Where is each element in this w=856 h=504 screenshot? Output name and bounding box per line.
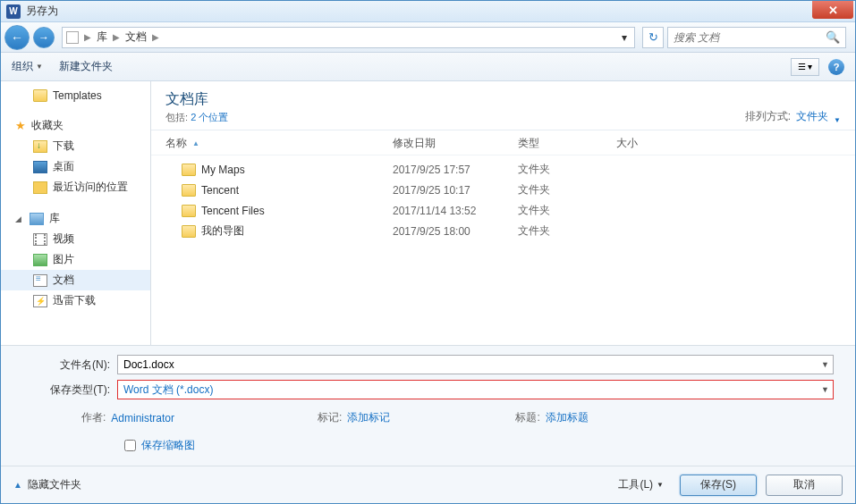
chevron-up-icon: ▲ (13, 480, 22, 490)
filetype-label: 保存类型(T): (13, 382, 117, 398)
search-input[interactable] (674, 31, 826, 44)
tools-button[interactable]: 工具(L) ▼ (611, 474, 671, 496)
author-label: 作者: (81, 410, 106, 425)
window-buttons: ✕ (812, 1, 855, 19)
column-size[interactable]: 大小 (616, 136, 688, 151)
hide-folders-button[interactable]: ▲ 隐藏文件夹 (13, 477, 81, 492)
list-item[interactable]: My Maps 2017/9/25 17:57 文件夹 (165, 159, 841, 180)
search-box[interactable]: 🔍 (667, 27, 846, 48)
list-item[interactable]: Tencent Files 2017/11/14 13:52 文件夹 (165, 200, 841, 221)
filename-value: Doc1.docx (123, 358, 174, 371)
nav-forward-button[interactable]: → (33, 27, 55, 48)
filetype-combo[interactable]: Word 文档 (*.docx) ▼ (117, 380, 834, 399)
folder-icon (182, 225, 196, 238)
titlebar: W 另存为 ✕ (1, 1, 855, 22)
folder-icon (182, 184, 196, 197)
column-date[interactable]: 修改日期 (393, 136, 518, 151)
document-icon (33, 274, 47, 287)
title-meta-value[interactable]: 添加标题 (546, 410, 589, 425)
sidebar-item-downloads[interactable]: 下载 (1, 136, 150, 156)
thunder-icon: ⚡ (33, 295, 47, 307)
sort-asc-icon: ▲ (192, 139, 199, 147)
view-mode-button[interactable]: ☰ ▾ (791, 58, 819, 76)
navigation-bar: ← → ▶ 库 ▶ 文档 ▶ ▾ ↻ 🔍 (1, 22, 855, 53)
column-name[interactable]: 名称 ▲ (165, 136, 393, 151)
column-type[interactable]: 类型 (518, 136, 616, 151)
filetype-value: Word 文档 (*.docx) (123, 382, 213, 398)
folder-icon (182, 164, 196, 176)
chevron-right-icon: ▶ (113, 32, 120, 42)
star-icon: ★ (15, 119, 26, 132)
expand-icon[interactable]: ◢ (15, 214, 24, 223)
sidebar-item-videos[interactable]: 视频 (1, 229, 150, 249)
close-button[interactable]: ✕ (812, 1, 853, 19)
toolbar: 组织 ▼ 新建文件夹 ☰ ▾ ? (1, 53, 855, 81)
breadcrumb-dropdown[interactable]: ▾ (618, 31, 631, 44)
sidebar: Templates ★ 收藏夹 下载 桌面 最近访问的位置 (1, 81, 151, 345)
include-label: 包括: (165, 112, 188, 122)
footer: ▲ 隐藏文件夹 工具(L) ▼ 保存(S) 取消 (1, 466, 855, 503)
video-icon (33, 233, 47, 246)
save-thumbnail-label[interactable]: 保存缩略图 (141, 438, 195, 453)
new-folder-button[interactable]: 新建文件夹 (59, 59, 113, 74)
title-meta-label: 标题: (515, 410, 539, 425)
folder-icon (182, 205, 196, 217)
chevron-down-icon[interactable]: ▼ (821, 385, 829, 394)
chevron-right-icon: ▶ (152, 32, 159, 42)
chevron-down-icon: ▼ (36, 63, 43, 71)
recent-icon (33, 181, 47, 194)
download-icon (33, 140, 47, 153)
sidebar-item-libraries[interactable]: ◢ 库 (1, 208, 150, 229)
breadcrumb-current[interactable]: 文档 (125, 29, 147, 45)
window-title: 另存为 (26, 4, 58, 19)
refresh-button[interactable]: ↻ (642, 27, 664, 48)
bottom-panel: 文件名(N): Doc1.docx ▼ 保存类型(T): Word 文档 (*.… (1, 345, 855, 466)
save-as-dialog: W 另存为 ✕ ← → ▶ 库 ▶ 文档 ▶ ▾ ↻ 🔍 组织 ▼ 新建文件夹 (0, 0, 856, 504)
sidebar-item-desktop[interactable]: 桌面 (1, 156, 150, 177)
library-header: 文档库 包括: 2 个位置 排列方式: 文件夹 ▼ (151, 81, 855, 130)
file-list: My Maps 2017/9/25 17:57 文件夹 Tencent 2017… (151, 155, 855, 345)
sort-label: 排列方式: (745, 109, 791, 124)
chevron-down-icon: ▼ (657, 481, 664, 489)
folder-icon (33, 89, 47, 102)
document-icon (66, 31, 79, 44)
breadcrumb[interactable]: ▶ 库 ▶ 文档 ▶ ▾ (62, 27, 635, 48)
chevron-down-icon[interactable]: ▼ (821, 360, 829, 369)
sidebar-item-templates[interactable]: Templates (1, 87, 150, 105)
sidebar-item-thunder[interactable]: ⚡ 迅雷下载 (1, 290, 150, 311)
sidebar-item-recent[interactable]: 最近访问的位置 (1, 177, 150, 197)
chevron-down-icon[interactable]: ▼ (834, 116, 841, 124)
nav-back-button[interactable]: ← (4, 25, 30, 50)
sort-value-link[interactable]: 文件夹 (796, 109, 828, 124)
sidebar-item-documents[interactable]: 文档 (1, 270, 150, 290)
main-panel: 文档库 包括: 2 个位置 排列方式: 文件夹 ▼ 名称 ▲ 修改日期 (151, 81, 855, 345)
filename-label: 文件名(N): (13, 357, 117, 373)
tags-label: 标记: (318, 410, 342, 425)
picture-icon (33, 254, 47, 266)
filename-combo[interactable]: Doc1.docx ▼ (117, 355, 834, 374)
desktop-icon (33, 161, 47, 173)
library-icon (30, 213, 44, 225)
sidebar-item-favorites[interactable]: ★ 收藏夹 (1, 115, 150, 136)
organize-button[interactable]: 组织 ▼ (12, 59, 43, 74)
word-app-icon: W (6, 4, 21, 19)
tags-value[interactable]: 添加标记 (347, 410, 390, 425)
author-value[interactable]: Administrator (111, 412, 174, 424)
sidebar-item-pictures[interactable]: 图片 (1, 249, 150, 270)
list-item[interactable]: Tencent 2017/9/25 10:17 文件夹 (165, 180, 841, 200)
list-item[interactable]: 我的导图 2017/9/25 18:00 文件夹 (165, 221, 841, 241)
save-button[interactable]: 保存(S) (680, 475, 757, 496)
help-button[interactable]: ? (828, 59, 844, 75)
include-locations-link[interactable]: 2 个位置 (191, 112, 228, 122)
save-thumbnail-checkbox[interactable] (124, 440, 136, 451)
column-headers: 名称 ▲ 修改日期 类型 大小 (151, 130, 855, 155)
search-icon[interactable]: 🔍 (826, 30, 840, 44)
cancel-button[interactable]: 取消 (766, 475, 843, 496)
chevron-right-icon: ▶ (84, 32, 91, 42)
dialog-body: Templates ★ 收藏夹 下载 桌面 最近访问的位置 (1, 81, 855, 345)
breadcrumb-root[interactable]: 库 (97, 29, 107, 45)
library-title: 文档库 (165, 90, 228, 109)
